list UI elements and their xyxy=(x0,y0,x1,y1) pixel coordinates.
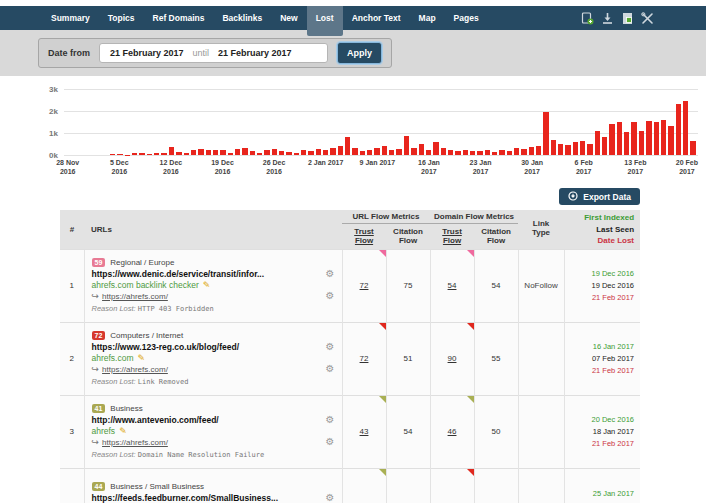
col-header-domain-citation-flow: Citation Flow xyxy=(474,224,518,250)
col-group-url-flow: URL Flow Metrics xyxy=(342,210,430,224)
url-trust-flow-value[interactable]: 43 xyxy=(360,427,369,436)
chart-bar xyxy=(323,150,328,155)
chart-bar xyxy=(250,151,255,155)
reason-lost-value: Link Removed xyxy=(138,378,189,386)
tab-new[interactable]: New xyxy=(271,6,306,30)
tab-lost[interactable]: Lost xyxy=(307,6,343,36)
edit-pencil-icon[interactable]: ✎ xyxy=(138,353,146,363)
lost-backlinks-chart: 3k 2k 1k 0k 28 Nov20165 Dec201612 Dec201… xyxy=(36,89,698,181)
chart-bar xyxy=(441,148,446,155)
chart-bar xyxy=(477,151,482,155)
download-icon[interactable] xyxy=(601,12,614,25)
chart-bar xyxy=(433,142,438,155)
tab-ref-domains[interactable]: Ref Domains xyxy=(144,6,214,30)
first-indexed-date: 25 Jan 2017 xyxy=(565,488,635,500)
chart-bar xyxy=(161,153,166,155)
topic-label: Regional / Europe xyxy=(110,258,174,267)
url-citation-flow-cell: 54 xyxy=(386,395,430,468)
col-header-num: # xyxy=(60,210,84,249)
chart-bar xyxy=(661,120,666,155)
gridline-0k: 0k xyxy=(64,155,698,156)
date-range-input[interactable]: 21 February 2017 until 21 February 2017 xyxy=(99,43,328,63)
domain-trust-flow-value[interactable]: 54 xyxy=(448,281,457,290)
chart-bar xyxy=(551,140,556,155)
gear-icon[interactable]: ⚙ xyxy=(326,437,335,447)
tab-backlinks[interactable]: Backlinks xyxy=(213,6,271,30)
chart-bar xyxy=(668,126,673,155)
domain-citation-flow-cell: 55 xyxy=(474,322,518,395)
target-url-link[interactable]: https://ahrefs.com/ xyxy=(102,292,168,301)
chart-bar xyxy=(169,147,174,155)
chart-bars xyxy=(66,89,696,155)
gear-icon[interactable]: ⚙ xyxy=(326,342,335,352)
gear-icon[interactable]: ⚙ xyxy=(326,291,335,301)
date-lost-date: 21 Feb 2017 xyxy=(565,438,635,450)
topical-trust-flow-badge: 41 xyxy=(92,404,106,413)
tab-map[interactable]: Map xyxy=(410,6,445,30)
chart-bar xyxy=(147,154,152,155)
edit-pencil-icon[interactable]: ✎ xyxy=(203,280,211,290)
redirect-arrow-icon: ↪ xyxy=(92,291,100,301)
anchor-text: ahrefs.com xyxy=(92,353,134,363)
chart-bar xyxy=(374,148,379,155)
url-trust-flow-value[interactable]: 72 xyxy=(360,281,369,290)
header-date-lost: Date Lost xyxy=(567,235,634,247)
target-url-link[interactable]: https://ahrefs.com/ xyxy=(102,365,168,374)
source-url-link[interactable]: http://www.antevenio.com/feed/ xyxy=(92,415,219,425)
chart-bar xyxy=(139,153,144,155)
gear-icon[interactable]: ⚙ xyxy=(326,269,335,279)
tab-topics[interactable]: Topics xyxy=(99,6,144,30)
chart-bar xyxy=(360,151,365,155)
apply-button[interactable]: Apply xyxy=(337,42,382,64)
url-trust-flow-value[interactable]: 72 xyxy=(360,354,369,363)
chart-bar xyxy=(631,122,636,155)
header-first-indexed: First Indexed xyxy=(567,212,634,224)
chart-bar xyxy=(639,131,644,155)
dates-cell: 20 Dec 2016 18 Jan 2017 21 Feb 2017 xyxy=(564,395,640,468)
col-group-domain-flow: Domain Flow Metrics xyxy=(430,210,518,224)
tools-icon[interactable] xyxy=(641,12,654,25)
gear-icon[interactable]: ⚙ xyxy=(326,364,335,374)
topic-label: Business xyxy=(110,404,142,413)
tab-anchor-text[interactable]: Anchor Text xyxy=(343,6,410,30)
edit-pencil-icon[interactable]: ✎ xyxy=(119,426,127,436)
domain-trust-flow-value[interactable]: 46 xyxy=(448,427,457,436)
domain-trust-flow-cell: 54 xyxy=(430,249,474,322)
chart-bar xyxy=(389,150,394,155)
chart-xtick: 9 Jan 2017 xyxy=(360,158,395,167)
domain-trust-flow-cell: 90 xyxy=(430,322,474,395)
domain-trust-flow-value[interactable]: 90 xyxy=(448,354,457,363)
gear-icon[interactable]: ⚙ xyxy=(326,493,335,503)
last-seen-date: 18 Jan 2017 xyxy=(565,426,635,438)
table-row: 2 72 Computers / Internet https://www.12… xyxy=(60,322,640,395)
topic-label: Computers / Internet xyxy=(110,331,183,340)
date-from-value[interactable]: 21 February 2017 xyxy=(110,48,184,58)
source-url-link[interactable]: https://www.123-reg.co.uk/blog/feed/ xyxy=(92,342,240,352)
chart-bar xyxy=(690,141,695,155)
target-url-link[interactable]: https://ahrefs.com/ xyxy=(102,438,168,447)
sort-url-trust-flow[interactable]: Trust Flow xyxy=(350,227,378,245)
source-url-link[interactable]: https://www.denic.de/service/transit/inf… xyxy=(92,269,265,279)
sort-domain-trust-flow[interactable]: Trust Flow xyxy=(438,227,466,245)
tab-pages[interactable]: Pages xyxy=(445,6,488,30)
chart-bar xyxy=(565,145,570,155)
redirect-arrow-icon: ↪ xyxy=(92,364,100,374)
chart-bar xyxy=(367,150,372,155)
export-report-icon[interactable] xyxy=(621,12,634,25)
export-data-button[interactable]: Export Data xyxy=(559,188,640,205)
gear-icon[interactable]: ⚙ xyxy=(326,415,335,425)
url-citation-flow-cell: 51 xyxy=(386,322,430,395)
chart-bar xyxy=(646,121,651,155)
url-citation-flow-cell xyxy=(386,468,430,503)
urls-cell: 59 Regional / Europe https://www.denic.d… xyxy=(84,249,342,322)
chart-bar xyxy=(117,154,122,155)
source-url-link[interactable]: https://feeds.feedburner.com/SmallBusine… xyxy=(92,493,279,503)
chart-bar xyxy=(110,154,115,155)
chart-bar xyxy=(235,149,240,155)
tab-summary[interactable]: Summary xyxy=(42,6,99,30)
chart-bar xyxy=(286,152,291,155)
topical-flag xyxy=(467,469,474,476)
date-to-value[interactable]: 21 February 2017 xyxy=(218,48,292,58)
add-report-icon[interactable] xyxy=(581,12,594,25)
col-header-urls: URLs xyxy=(84,210,342,249)
